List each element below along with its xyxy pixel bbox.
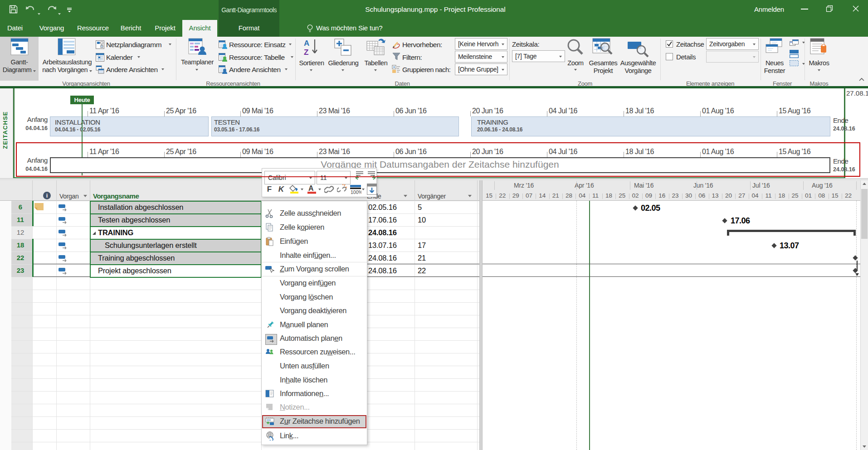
svg-text:100%: 100% [351, 189, 361, 195]
svg-text:Z: Z [304, 48, 308, 57]
svg-text:A: A [304, 39, 309, 48]
svg-text:A: A [308, 184, 314, 192]
